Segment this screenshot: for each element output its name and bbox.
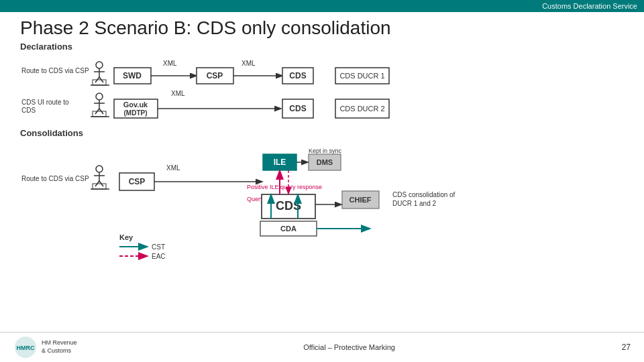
org1-label: HM Revenue [42, 339, 77, 347]
row1-label: Route to CDS via CSP [21, 67, 89, 74]
consol-result-label2: DUCR 1 and 2 [392, 200, 436, 207]
xml2-label: XML [241, 60, 256, 67]
key-cst-label: CST [152, 243, 165, 251]
row2-label: CDS UI route to [21, 99, 69, 106]
cda-box: CDA [280, 225, 297, 233]
key-label: Key [119, 233, 133, 241]
ducr2-box: CDS DUCR 2 [339, 105, 384, 113]
declarations-section: Declarations Route to CDS via CSP SWD [20, 42, 624, 121]
hmrc-crest-icon: HMRC [13, 335, 38, 359]
swd-box: SWD [123, 71, 142, 80]
ile-box: ILE [274, 158, 286, 167]
svg-rect-29 [93, 184, 106, 189]
footer-center-label: Official – Protective Marking [303, 343, 395, 351]
positive-query-label: Positive ILE query response [247, 184, 322, 190]
cds-box1: CDS [289, 71, 306, 80]
consol-xml-label: XML [166, 164, 180, 172]
svg-point-13 [96, 93, 103, 100]
consol-result-label: CDS consolidation of [392, 191, 455, 198]
main-title: Phase 2 Scenario B: CDS only consolidati… [0, 12, 644, 42]
footer-page: 27 [622, 343, 631, 352]
declarations-label: Declarations [20, 42, 624, 52]
key-eac-label: EAC [152, 253, 166, 260]
svg-rect-5 [93, 80, 106, 85]
svg-point-24 [96, 166, 103, 172]
kept-in-sync-label: Kept in sync [309, 147, 342, 154]
cds-box2: CDS [289, 104, 306, 113]
svg-text:HMRC: HMRC [17, 345, 35, 351]
mdtp-label: (MDTP) [124, 109, 148, 117]
org2-label: & Customs [42, 347, 77, 355]
svg-point-0 [96, 62, 103, 68]
xml1-label: XML [163, 60, 177, 67]
hmrc-text: HM Revenue & Customs [42, 339, 77, 355]
footer-logo: HMRC HM Revenue & Customs [13, 335, 77, 359]
svg-rect-18 [93, 111, 106, 117]
header-bar: Customs Declaration Service [0, 0, 644, 12]
row2-label2: CDS [21, 107, 36, 114]
declarations-diagram: Route to CDS via CSP SWD XML CSP XML [20, 54, 624, 121]
consol-csp-box: CSP [129, 177, 146, 186]
consolidations-label: Consolidations [20, 128, 624, 138]
govuk-box: Gov.uk [123, 101, 148, 109]
footer: HMRC HM Revenue & Customs Official – Pro… [0, 332, 644, 362]
ducr1-box: CDS DUCR 1 [339, 72, 384, 80]
xml3-label: XML [171, 90, 185, 97]
consol-route-label: Route to CDS via CSP [21, 175, 89, 182]
header-title: Customs Declaration Service [542, 2, 637, 10]
chief-box: CHIEF [350, 196, 372, 204]
csp-box: CSP [207, 71, 223, 80]
consolidations-section: Consolidations Route [20, 128, 624, 258]
consolidations-diagram: Route to CDS via CSP CSP XML ILE Kept in… [20, 141, 624, 258]
dms-box: DMS [317, 158, 333, 166]
